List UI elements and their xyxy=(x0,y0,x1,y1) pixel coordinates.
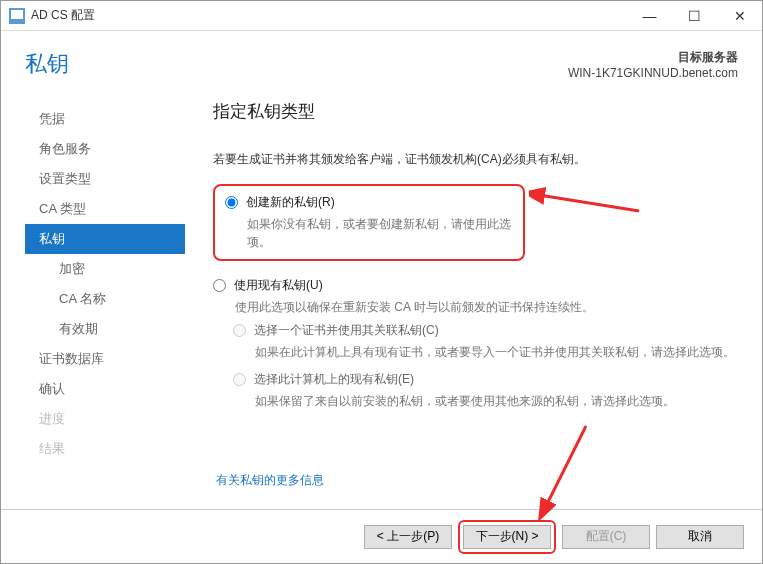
nav-credentials[interactable]: 凭据 xyxy=(25,104,185,134)
option-use-existing[interactable]: 使用现有私钥(U) xyxy=(213,277,738,294)
main-intro: 若要生成证书并将其颁发给客户端，证书颁发机构(CA)必须具有私钥。 xyxy=(213,151,738,168)
target-server-name: WIN-1K71GKINNUD.benet.com xyxy=(568,66,738,80)
window-title: AD CS 配置 xyxy=(31,7,95,24)
target-server-label: 目标服务器 xyxy=(568,49,738,66)
option-create-new[interactable]: 创建新的私钥(R) xyxy=(225,194,513,211)
option-use-existing-label: 使用现有私钥(U) xyxy=(234,277,323,294)
prev-button[interactable]: < 上一步(P) xyxy=(364,525,452,549)
nav-ca-name[interactable]: CA 名称 xyxy=(25,284,185,314)
nav-cert-db[interactable]: 证书数据库 xyxy=(25,344,185,374)
nav-private-key[interactable]: 私钥 xyxy=(25,224,185,254)
option-select-cert[interactable]: 选择一个证书并使用其关联私钥(C) xyxy=(233,322,738,339)
option-select-cert-label: 选择一个证书并使用其关联私钥(C) xyxy=(254,322,439,339)
app-icon xyxy=(9,8,25,24)
main-heading: 指定私钥类型 xyxy=(213,100,738,123)
option-select-existing-key-desc: 如果保留了来自以前安装的私钥，或者要使用其他来源的私钥，请选择此选项。 xyxy=(255,392,738,410)
nav-setup-type[interactable]: 设置类型 xyxy=(25,164,185,194)
option-select-existing-key[interactable]: 选择此计算机上的现有私钥(E) xyxy=(233,371,738,388)
next-button-highlight: 下一步(N) > xyxy=(458,520,556,554)
minimize-button[interactable]: — xyxy=(627,1,672,31)
next-button[interactable]: 下一步(N) > xyxy=(463,525,551,549)
option-create-new-label: 创建新的私钥(R) xyxy=(246,194,335,211)
target-server-block: 目标服务器 WIN-1K71GKINNUD.benet.com xyxy=(568,49,738,80)
titlebar: AD CS 配置 — ☐ ✕ xyxy=(1,1,762,31)
nav-role-services[interactable]: 角色服务 xyxy=(25,134,185,164)
option-select-existing-key-label: 选择此计算机上的现有私钥(E) xyxy=(254,371,414,388)
close-button[interactable]: ✕ xyxy=(717,1,762,31)
option-use-existing-desc: 使用此选项以确保在重新安装 CA 时与以前颁发的证书保持连续性。 xyxy=(235,298,738,316)
radio-select-cert xyxy=(233,324,246,337)
nav-results: 结果 xyxy=(25,434,185,464)
footer: < 上一步(P) 下一步(N) > 配置(C) 取消 xyxy=(1,509,762,563)
header: 私钥 目标服务器 WIN-1K71GKINNUD.benet.com xyxy=(1,31,762,88)
cancel-button[interactable]: 取消 xyxy=(656,525,744,549)
option-create-new-highlight: 创建新的私钥(R) 如果你没有私钥，或者要创建新私钥，请使用此选项。 xyxy=(213,184,525,261)
option-create-new-desc: 如果你没有私钥，或者要创建新私钥，请使用此选项。 xyxy=(247,215,513,251)
radio-select-existing-key xyxy=(233,373,246,386)
nav-progress: 进度 xyxy=(25,404,185,434)
radio-create-new[interactable] xyxy=(225,196,238,209)
option-select-cert-desc: 如果在此计算机上具有现有证书，或者要导入一个证书并使用其关联私钥，请选择此选项。 xyxy=(255,343,738,361)
content-area: 凭据 角色服务 设置类型 CA 类型 私钥 加密 CA 名称 有效期 证书数据库… xyxy=(1,88,762,508)
nav-ca-type[interactable]: CA 类型 xyxy=(25,194,185,224)
more-info-link[interactable]: 有关私钥的更多信息 xyxy=(216,472,324,489)
wizard-nav: 凭据 角色服务 设置类型 CA 类型 私钥 加密 CA 名称 有效期 证书数据库… xyxy=(25,98,185,508)
nav-cryptography[interactable]: 加密 xyxy=(25,254,185,284)
page-title: 私钥 xyxy=(25,49,69,79)
nav-confirm[interactable]: 确认 xyxy=(25,374,185,404)
radio-use-existing[interactable] xyxy=(213,279,226,292)
maximize-button[interactable]: ☐ xyxy=(672,1,717,31)
configure-button: 配置(C) xyxy=(562,525,650,549)
main-panel: 指定私钥类型 若要生成证书并将其颁发给客户端，证书颁发机构(CA)必须具有私钥。… xyxy=(185,98,738,508)
nav-validity[interactable]: 有效期 xyxy=(25,314,185,344)
